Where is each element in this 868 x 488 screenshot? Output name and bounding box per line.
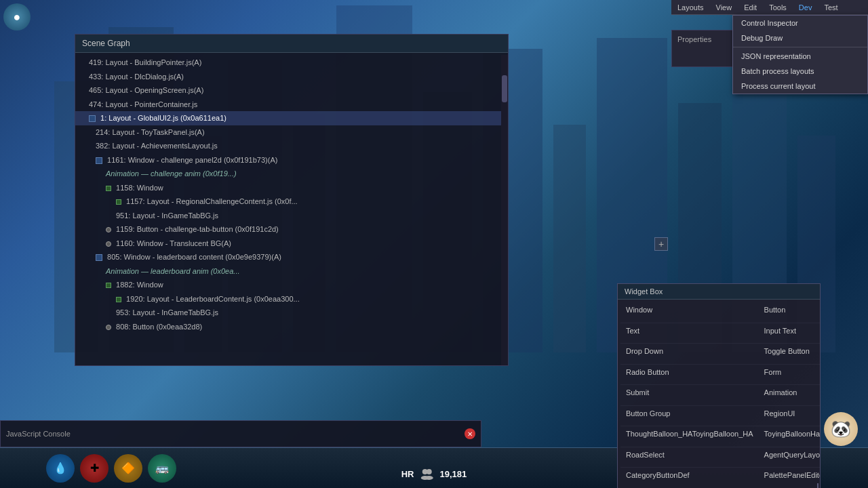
- menu-edit[interactable]: Edit: [741, 2, 760, 13]
- tree-item-1160[interactable]: 1160: Window - Translucent BG(A): [75, 237, 508, 251]
- tree-item-805[interactable]: 805: Window - leaderboard content (0x0e9…: [75, 250, 508, 264]
- menu-separator: [733, 47, 867, 47]
- tree-item-1159[interactable]: 1159: Button - challenge-tab-button (0x0…: [75, 222, 508, 237]
- indicator-1920: [116, 297, 121, 302]
- widget-agentquery[interactable]: AgentQueryLayout: [759, 447, 820, 468]
- logo-symbol: ●: [14, 10, 21, 24]
- scene-graph-title: Scene Graph: [82, 39, 130, 48]
- menu-tools[interactable]: Tools: [766, 2, 789, 13]
- tree-item-1882[interactable]: 1882: Window: [75, 278, 508, 292]
- menu-process-current[interactable]: Process current layout: [733, 79, 867, 94]
- tree-item-419[interactable]: 419: Layout - BuildingPointer.js(A): [75, 56, 508, 70]
- medical-icon: ✚: [90, 462, 99, 474]
- taskbar-icon-water[interactable]: 💧: [46, 454, 75, 483]
- tree-item-1920[interactable]: 1920: Layout - LeaderboardContent.js (0x…: [75, 292, 508, 306]
- menu-layouts[interactable]: Layouts: [675, 2, 707, 13]
- widget-radio-button[interactable]: Radio Button: [620, 365, 759, 386]
- widget-dropdown[interactable]: Drop Down: [620, 344, 759, 365]
- menu-control-inspector[interactable]: Control Inspector: [733, 16, 867, 30]
- tree-item-474[interactable]: 474: Layout - PointerContainer.js: [75, 98, 508, 112]
- dropdown-menu: Control Inspector Debug Draw JSON repres…: [732, 15, 868, 94]
- menu-batch-process[interactable]: Batch process layouts: [733, 64, 867, 79]
- tree-item-808[interactable]: 808: Button (0x0eaa32d8): [75, 320, 508, 334]
- widget-animation[interactable]: Animation: [759, 385, 820, 406]
- service-icon: 🔶: [121, 462, 135, 474]
- tree-item-465[interactable]: 465: Layout - OpeningScreen.js(A): [75, 83, 508, 98]
- menu-debug-draw[interactable]: Debug Draw: [733, 30, 867, 45]
- taskbar-icon-transport[interactable]: 🚌: [148, 454, 176, 483]
- indicator-805: [96, 254, 102, 261]
- widget-box-header: Widget Box: [618, 284, 820, 300]
- tree-item-214[interactable]: 214: Layout - ToyTaskPanel.js(A): [75, 125, 508, 140]
- widget-categorybuttondef[interactable]: CategoryButtonDef: [620, 468, 759, 488]
- zoom-button[interactable]: +: [654, 237, 668, 251]
- indicator-1160: [106, 241, 111, 247]
- scene-graph-content[interactable]: 419: Layout - BuildingPointer.js(A) 433:…: [75, 53, 508, 363]
- indicator-1158: [106, 186, 111, 191]
- tree-item-1157[interactable]: 1157: Layout - RegionalChallengeContent.…: [75, 195, 508, 209]
- widget-toyingballoon[interactable]: ToyingBalloonHa: [759, 426, 820, 447]
- indicator-1882: [106, 283, 111, 288]
- tree-item-1158[interactable]: 1158: Window: [75, 181, 508, 195]
- menu-json-representation[interactable]: JSON representation: [733, 49, 867, 64]
- svg-point-1: [427, 469, 432, 474]
- js-console-title: JavaScript Console: [6, 430, 465, 438]
- widget-thoughtballoon[interactable]: ThoughtBalloon_HAToyingBalloon_HA: [620, 426, 759, 447]
- menu-view[interactable]: View: [713, 2, 735, 13]
- widget-button[interactable]: Button: [759, 302, 820, 323]
- widget-box-resize[interactable]: [810, 483, 818, 488]
- hr-label: HR: [401, 469, 414, 479]
- panda-icon[interactable]: 🐼: [824, 412, 858, 446]
- widget-submit[interactable]: Submit: [620, 385, 759, 406]
- tree-item-global[interactable]: 1: Layout - GlobalUI2.js (0x0a611ea1): [75, 111, 508, 125]
- properties-title: Properties: [677, 35, 711, 43]
- svg-point-3: [425, 476, 433, 480]
- taskbar-icon-service[interactable]: 🔶: [114, 454, 142, 483]
- widget-toggle-button[interactable]: Toggle Button: [759, 344, 820, 365]
- menu-dev[interactable]: Dev: [796, 2, 815, 13]
- water-icon: 💧: [54, 462, 67, 474]
- tree-item-382[interactable]: 382: Layout - AchievementsLayout.js: [75, 139, 508, 153]
- tree-item-anim1[interactable]: Animation — challenge anim (0x0f19...): [75, 167, 508, 181]
- widget-input-text[interactable]: Input Text: [759, 323, 820, 344]
- tree-item-anim2[interactable]: Animation — leaderboard anim (0x0ea...: [75, 264, 508, 279]
- widget-regionui[interactable]: RegionUI: [759, 406, 820, 427]
- widget-text[interactable]: Text: [620, 323, 759, 344]
- transport-icon: 🚌: [155, 462, 169, 474]
- tree-item-1161[interactable]: 1161: Window - challenge panel2d (0x0f19…: [75, 153, 508, 167]
- widget-roadselect[interactable]: RoadSelect: [620, 447, 759, 468]
- scene-graph-scrollbar[interactable]: [501, 55, 508, 365]
- menu-test[interactable]: Test: [821, 2, 840, 13]
- indicator-global: [89, 115, 96, 122]
- widget-box-title: Widget Box: [625, 287, 663, 296]
- indicator-808: [106, 325, 111, 330]
- indicator-1161: [96, 157, 102, 164]
- hr-counter: HR 19,181: [401, 466, 467, 481]
- population-icon: [420, 466, 435, 481]
- js-console-panel: JavaScript Console ✕: [0, 420, 481, 447]
- widget-window[interactable]: Window: [620, 302, 759, 323]
- js-console-close-button[interactable]: ✕: [465, 428, 475, 439]
- indicator-1157: [116, 199, 121, 205]
- widget-form[interactable]: Form: [759, 365, 820, 386]
- widget-box-panel: Widget Box Window Button Text Input Text…: [617, 283, 821, 488]
- scene-graph-panel: Scene Graph 419: Layout - BuildingPointe…: [75, 34, 509, 366]
- scrollbar-thumb[interactable]: [502, 75, 507, 102]
- panda-symbol: 🐼: [831, 420, 851, 439]
- tree-item-953[interactable]: 953: Layout - InGameTabBG.js: [75, 306, 508, 320]
- indicator-1159: [106, 227, 111, 232]
- scene-graph-header: Scene Graph: [75, 35, 508, 53]
- tree-item-951[interactable]: 951: Layout - InGameTabBG.js: [75, 209, 508, 223]
- menubar: Layouts View Edit Tools Dev Test: [671, 0, 868, 15]
- tree-item-433[interactable]: 433: Layout - DlcDialog.js(A): [75, 70, 508, 84]
- app-logo: ●: [3, 3, 31, 30]
- widget-box-content: Window Button Text Input Text Drop Down …: [618, 300, 820, 488]
- taskbar-icon-medical[interactable]: ✚: [80, 454, 108, 483]
- population-count: 19,181: [440, 469, 467, 479]
- widget-button-group[interactable]: Button Group: [620, 406, 759, 427]
